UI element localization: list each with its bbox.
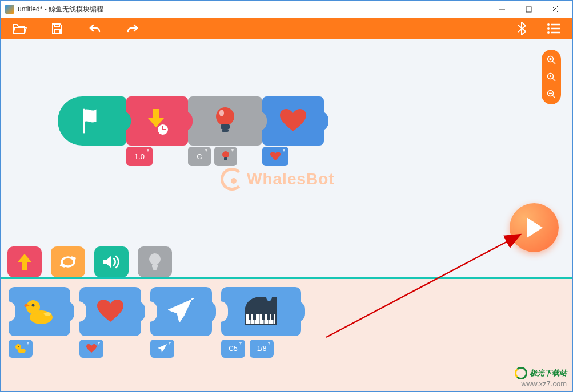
category-upload[interactable] [7,246,42,277]
heart-small-icon [270,152,281,161]
maximize-button[interactable] [515,1,542,18]
svg-point-16 [550,75,551,77]
svg-rect-30 [152,264,158,268]
window-title: untitled* - 鲸鱼无线模块编程 [18,5,103,14]
heart-icon [279,108,307,134]
piano-note-param[interactable]: ▼C5 [221,340,245,358]
main-toolbar [1,18,572,39]
volume-icon [102,254,121,270]
piano-duration-param[interactable]: ▼1/8 [250,340,274,358]
svg-rect-1 [526,7,531,12]
bulb-small-icon [221,151,230,162]
duck-small-icon [15,343,26,354]
start-block[interactable] [58,96,126,146]
bulb-gray-icon [148,253,162,271]
svg-point-37 [18,346,19,347]
svg-rect-28 [224,157,227,160]
zoom-reset-button[interactable] [546,71,557,83]
menu-button[interactable] [546,21,561,36]
svg-point-34 [32,304,35,307]
app-icon [5,5,14,14]
svg-point-27 [222,151,229,158]
heart-icon [96,299,125,324]
arrow-up-icon [17,253,33,271]
duck-icon [24,298,55,325]
svg-line-15 [552,78,555,81]
bulb-color-param[interactable]: ▼ [214,147,237,166]
repeat-icon [59,254,77,269]
heart-block[interactable]: ▼ [262,96,324,146]
palette-piano-block[interactable] [221,287,301,336]
site-watermark: 极光下载站 www.xz7.com [515,367,567,388]
palette-duck-block[interactable] [9,287,70,336]
palette-heart-block[interactable] [79,287,141,336]
open-button[interactable] [12,21,27,36]
heart-param[interactable]: ▼ [79,340,103,358]
watermark-logo: WhalesBot [221,168,335,191]
svg-point-8 [547,31,550,34]
svg-rect-26 [222,129,229,132]
palette-plane-block[interactable] [150,287,212,336]
window-titlebar: untitled* - 鲸鱼无线模块编程 [1,1,572,18]
piano-icon [241,296,281,328]
block-palette: ▼ ▼ ▼ [1,279,572,391]
bulb-block[interactable]: ▼C ▼ [188,96,262,146]
download-block[interactable]: ▼1.0 [126,96,188,146]
bulb-icon [213,105,238,137]
svg-point-33 [26,300,40,314]
svg-point-29 [149,253,161,265]
plane-icon [166,296,197,327]
bluetooth-button[interactable] [514,21,529,36]
heart-param[interactable]: ▼ [262,147,288,166]
download-clock-icon [145,107,170,135]
program-chain[interactable]: ▼1.0 ▼C ▼ ▼ [58,96,324,146]
zoom-panel [542,50,561,104]
category-light[interactable] [138,246,172,277]
category-sound[interactable] [94,246,129,277]
minimize-button[interactable] [489,1,515,18]
plane-param[interactable]: ▼ [150,340,174,358]
close-button[interactable] [542,1,568,18]
heart-small-icon [86,344,97,353]
save-button[interactable] [50,21,65,36]
svg-rect-48 [262,314,265,320]
duration-param[interactable]: ▼1.0 [126,147,153,166]
svg-rect-46 [249,314,251,320]
undo-button[interactable] [87,21,102,36]
svg-rect-31 [153,268,157,270]
svg-rect-25 [221,124,230,129]
svg-point-24 [219,110,224,116]
svg-rect-47 [253,314,256,320]
duck-param[interactable]: ▼ [9,340,33,358]
canvas-area[interactable]: WhalesBot ▼1.0 ▼C ▼ [1,39,572,277]
svg-line-18 [552,95,555,98]
bulb-port-param[interactable]: ▼C [188,147,211,166]
category-loop[interactable] [51,246,85,277]
category-tabs [7,246,172,277]
zoom-out-button[interactable] [546,88,557,100]
flag-icon [81,108,103,134]
svg-point-6 [547,27,550,30]
svg-point-4 [547,23,550,26]
play-button[interactable] [510,203,559,252]
zoom-in-button[interactable] [546,54,557,66]
play-icon [524,216,544,239]
svg-point-23 [216,107,234,126]
svg-rect-49 [267,314,270,320]
plane-small-icon [157,343,167,354]
svg-rect-50 [271,314,274,320]
svg-line-11 [552,61,555,64]
redo-button[interactable] [125,21,140,36]
